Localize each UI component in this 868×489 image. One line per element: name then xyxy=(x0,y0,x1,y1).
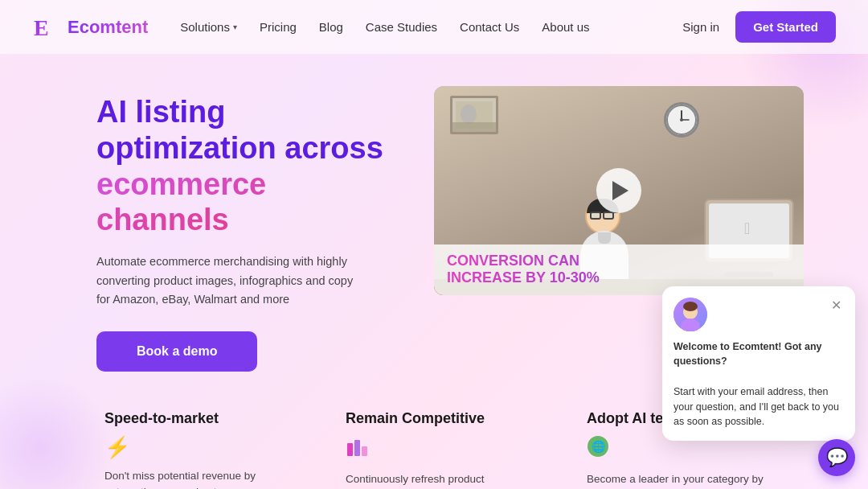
feature-competitive: Remain Competitive Continuously refresh … xyxy=(346,410,522,489)
logo-text: Ecomtent xyxy=(68,17,148,38)
navbar: E Ecomtent Solutions ▾ Pricing Blog Case… xyxy=(0,0,868,54)
logo-icon: E xyxy=(32,13,61,42)
svg-text:E: E xyxy=(34,15,49,40)
nav-right: Sign in Get Started xyxy=(682,11,836,43)
feature-speed-icon: ⚡ xyxy=(104,435,281,460)
chat-header: ✕ xyxy=(674,298,844,331)
hero-left: AI listing optimization across ecommerce… xyxy=(96,86,386,372)
feature-competitive-icon xyxy=(346,435,522,463)
hero-title: AI listing optimization across ecommerce… xyxy=(96,94,386,238)
sign-in-link[interactable]: Sign in xyxy=(682,20,719,34)
svg-rect-16 xyxy=(362,446,367,456)
feature-ai-desc: Become a leader in your category by adop… xyxy=(587,471,764,489)
feature-competitive-desc: Continuously refresh product content bas… xyxy=(346,471,522,489)
wall-clock xyxy=(664,102,699,138)
feature-competitive-title: Remain Competitive xyxy=(346,410,522,427)
nav-links: Solutions ▾ Pricing Blog Case Studies Co… xyxy=(180,20,682,34)
wall-painting xyxy=(450,96,498,134)
play-triangle-icon xyxy=(612,181,628,200)
chat-avatar xyxy=(674,298,707,331)
chat-close-button[interactable]: ✕ xyxy=(828,298,844,314)
nav-solutions[interactable]: Solutions ▾ xyxy=(180,20,237,34)
get-started-button[interactable]: Get Started xyxy=(735,11,836,43)
feature-speed-title: Speed-to-market xyxy=(104,410,281,427)
svg-rect-15 xyxy=(354,440,360,456)
chat-bubble-button[interactable]: 💬 xyxy=(818,439,855,476)
svg-point-21 xyxy=(683,302,698,311)
chat-widget: ✕ Welcome to Ecomtent! Got any questions… xyxy=(662,286,855,442)
conversion-text: CONVERSION CAN INCREASE BY 10-30% xyxy=(447,253,791,287)
feature-speed-desc: Don't miss potential revenue by automati… xyxy=(104,468,281,489)
book-demo-button[interactable]: Book a demo xyxy=(96,331,257,372)
chevron-down-icon: ▾ xyxy=(233,23,237,31)
nav-pricing[interactable]: Pricing xyxy=(260,20,297,34)
chat-bubble-icon: 💬 xyxy=(826,447,848,468)
hero-subtitle: Automate ecommerce merchandising with hi… xyxy=(96,253,354,309)
svg-rect-14 xyxy=(347,443,353,456)
video-play-button[interactable] xyxy=(596,168,641,213)
feature-speed: Speed-to-market ⚡ Don't miss potential r… xyxy=(104,410,281,489)
logo-link[interactable]: E Ecomtent xyxy=(32,13,148,42)
svg-point-8 xyxy=(680,118,683,121)
svg-text::  xyxy=(744,220,750,237)
hero-video[interactable]:  CONVERSION CAN INCREASE BY 10-30% xyxy=(434,86,804,295)
nav-case-studies[interactable]: Case Studies xyxy=(366,20,437,34)
nav-blog[interactable]: Blog xyxy=(319,20,343,34)
nav-about-us[interactable]: About us xyxy=(542,20,589,34)
svg-rect-4 xyxy=(452,122,496,132)
chat-message: Welcome to Ecomtent! Got any questions? … xyxy=(674,339,844,430)
svg-point-3 xyxy=(461,105,477,124)
nav-contact-us[interactable]: Contact Us xyxy=(460,20,519,34)
svg-text:🌐: 🌐 xyxy=(592,440,606,454)
